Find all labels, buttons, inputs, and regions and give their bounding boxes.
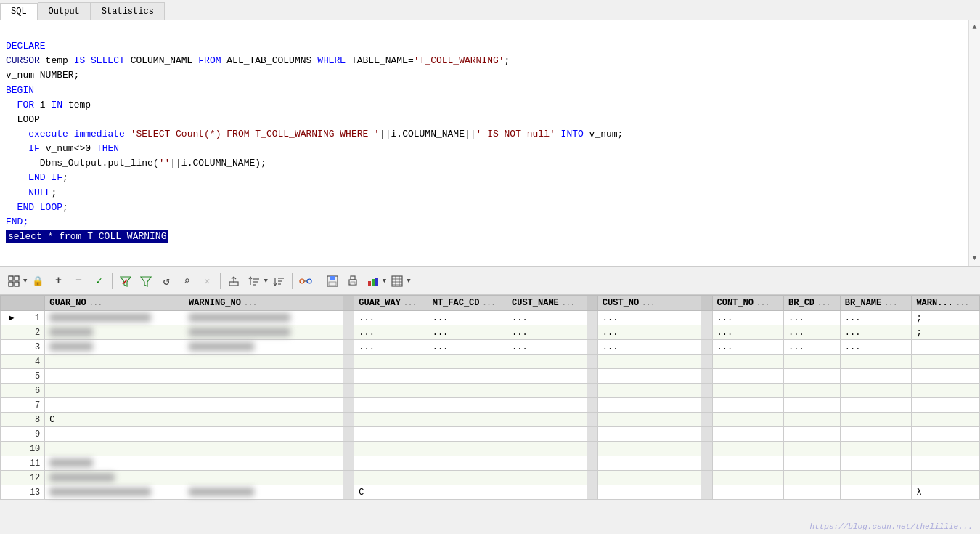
- selected-query-line: select * from T_COLL_WARNING: [6, 230, 168, 243]
- col-cust-no-sort: ...: [642, 299, 655, 307]
- col-spacer-3: [701, 369, 712, 384]
- row-arrow: [1, 325, 23, 340]
- cell-cust-name: [507, 456, 587, 471]
- cell-br-name: [840, 369, 912, 384]
- svg-rect-3: [15, 282, 19, 286]
- col-spacer-2: [587, 485, 597, 500]
- cell-warning-no: [184, 369, 343, 384]
- clear-button[interactable]: ✕: [197, 272, 216, 291]
- col-header-warn[interactable]: WARN... ...: [912, 296, 980, 311]
- scroll-down-arrow[interactable]: ▼: [972, 253, 976, 264]
- cell-br-cd: ...: [784, 311, 841, 325]
- table-row: 13 Cλ: [1, 485, 980, 500]
- sort-desc-button[interactable]: [269, 272, 288, 291]
- export-button[interactable]: [224, 272, 243, 291]
- svg-rect-26: [368, 281, 371, 286]
- cell-br-name: [840, 471, 912, 485]
- col-header-br-name[interactable]: BR_NAME ...: [840, 296, 912, 311]
- col-header-mt-fac-cd[interactable]: MT_FAC_CD ...: [428, 296, 507, 311]
- cell-cont-no: [712, 355, 784, 369]
- cell-cont-no: ...: [712, 325, 784, 340]
- grid2-button[interactable]: [388, 272, 407, 291]
- cell-cust-name: [507, 442, 587, 456]
- col-spacer-1: [343, 398, 354, 413]
- print-button[interactable]: [343, 272, 362, 291]
- chart-button[interactable]: [364, 272, 383, 291]
- col-spacer-2: [587, 456, 597, 471]
- refresh-button[interactable]: ↺: [157, 272, 176, 291]
- cell-warn: [912, 384, 980, 398]
- col-spacer-1: [343, 369, 354, 384]
- cell-mt-fac-cd: [428, 355, 507, 369]
- col-spacer-1: [343, 340, 354, 355]
- keyword-declare: DECLARE: [6, 41, 46, 52]
- cell-guar-no: [45, 442, 184, 456]
- row-arrow: [1, 427, 23, 442]
- save-button[interactable]: [323, 272, 342, 291]
- svg-rect-25: [351, 282, 355, 285]
- remove-row-button[interactable]: −: [69, 272, 88, 291]
- lock-button[interactable]: 🔒: [28, 272, 47, 291]
- col-header-guar-way[interactable]: GUAR_WAY ...: [354, 296, 428, 311]
- sort-asc-group[interactable]: ▼: [245, 272, 267, 291]
- col-spacer-2: [587, 384, 597, 398]
- col-spacer-1: [343, 311, 354, 325]
- filter-icon: [140, 275, 152, 287]
- col-spacer-1: [343, 485, 354, 500]
- sort-asc-arrow[interactable]: ▼: [264, 278, 267, 285]
- row-arrow: [1, 442, 23, 456]
- cell-br-cd: [784, 369, 841, 384]
- col-spacer-1: [343, 355, 354, 369]
- svg-rect-22: [329, 282, 336, 286]
- cell-cust-no: [597, 369, 701, 384]
- cell-cust-no: [597, 384, 701, 398]
- connect-button[interactable]: [296, 272, 315, 291]
- col-header-cust-name[interactable]: CUST_NAME ...: [507, 296, 587, 311]
- row-number: 10: [23, 442, 45, 456]
- sort-asc-button[interactable]: [245, 272, 264, 291]
- tab-output[interactable]: Output: [38, 2, 91, 20]
- cursor-line: CURSOR temp IS SELECT COLUMN_NAME FROM A…: [6, 55, 510, 66]
- col-br-cd-label: BR_CD: [788, 298, 814, 308]
- add-row-button[interactable]: +: [49, 272, 68, 291]
- table-row: 8C: [1, 413, 980, 427]
- apply-button[interactable]: ✓: [89, 272, 108, 291]
- tab-statistics[interactable]: Statistics: [91, 2, 165, 20]
- scroll-up-arrow[interactable]: ▲: [972, 22, 976, 33]
- col-spacer-2: [587, 355, 597, 369]
- filter-remove-button[interactable]: [116, 272, 135, 291]
- col-header-cont-no[interactable]: CONT_NO ...: [712, 296, 784, 311]
- cell-guar-way: [354, 427, 428, 442]
- chart-arrow[interactable]: ▼: [383, 278, 386, 285]
- search-button[interactable]: ⌕: [177, 272, 196, 291]
- col-spacer-3: [701, 311, 712, 325]
- plus-icon: +: [55, 275, 62, 287]
- tab-sql[interactable]: SQL: [0, 3, 38, 20]
- tab-bar: SQL Output Statistics: [0, 0, 980, 20]
- col-header-guar-no[interactable]: GUAR_NO ...: [45, 296, 184, 311]
- col-header-br-cd[interactable]: BR_CD ...: [784, 296, 841, 311]
- cell-cust-no: [597, 485, 701, 500]
- cell-warning-no: [184, 311, 343, 325]
- grid2-arrow[interactable]: ▼: [407, 278, 410, 285]
- col-header-warning-no[interactable]: WARNING_NO ...: [184, 296, 343, 311]
- row-number: 1: [23, 311, 45, 325]
- grid-toggle-arrow[interactable]: ▼: [23, 278, 27, 285]
- grid2-group[interactable]: ▼: [388, 272, 410, 291]
- cell-br-name: [840, 427, 912, 442]
- sql-content[interactable]: DECLARE CURSOR temp IS SELECT COLUMN_NAM…: [0, 20, 968, 266]
- chart-group[interactable]: ▼: [364, 272, 386, 291]
- col-guar-no-label: GUAR_NO: [49, 298, 86, 308]
- toolbar: ▼ 🔒 + − ✓ ↺ ⌕ ✕: [0, 267, 980, 295]
- separator-3: [292, 273, 293, 289]
- grid-toggle-group[interactable]: ▼: [4, 272, 27, 291]
- lock-icon: 🔒: [32, 275, 44, 287]
- filter-button[interactable]: [136, 272, 155, 291]
- cell-guar-way: ...: [354, 340, 428, 355]
- cell-warning-no: [184, 442, 343, 456]
- col-header-cust-no[interactable]: CUST_NO ...: [597, 296, 701, 311]
- cell-br-cd: [784, 485, 841, 500]
- clear-icon: ✕: [204, 275, 210, 287]
- grid-toggle-button[interactable]: [4, 272, 23, 291]
- sql-scrollbar[interactable]: ▲ ▼: [968, 20, 980, 266]
